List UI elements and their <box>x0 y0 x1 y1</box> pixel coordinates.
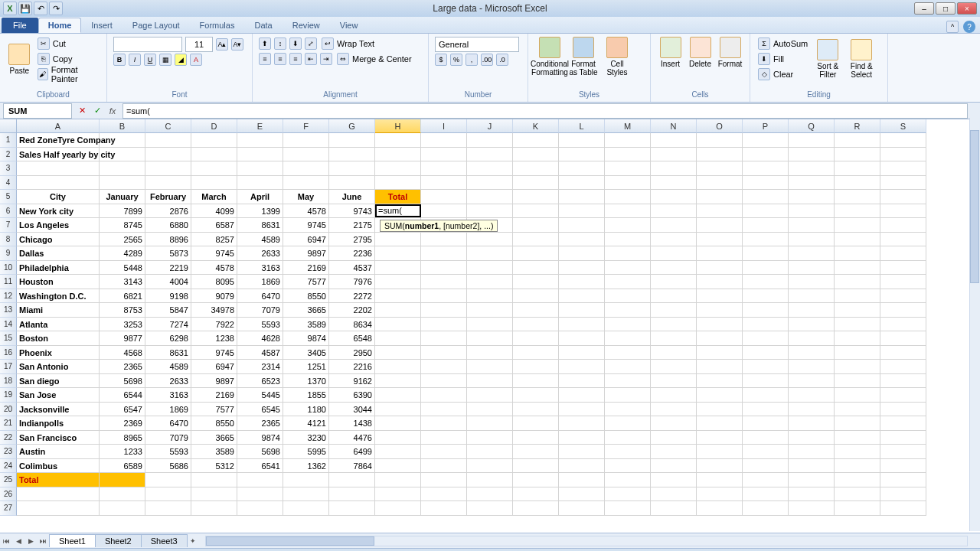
cell[interactable] <box>421 360 467 374</box>
format-painter-button[interactable]: 🖌Format Painter <box>36 67 100 81</box>
data-cell[interactable]: 6541 <box>237 459 283 474</box>
cell[interactable] <box>605 218 651 233</box>
row-header-25[interactable]: 25 <box>0 473 17 487</box>
cell[interactable] <box>191 176 237 191</box>
cell[interactable] <box>467 416 513 431</box>
cell[interactable] <box>697 473 743 487</box>
fill-button[interactable]: ⬇Fill <box>756 52 809 66</box>
cell[interactable] <box>697 275 743 289</box>
tab-review[interactable]: Review <box>283 18 330 33</box>
cell[interactable] <box>697 431 743 445</box>
cell[interactable] <box>743 431 789 445</box>
sheet-tab-2[interactable]: Sheet2 <box>95 534 142 547</box>
row-header-2[interactable]: 2 <box>0 148 17 162</box>
cell[interactable] <box>835 176 880 191</box>
data-cell[interactable]: 9745 <box>191 246 237 261</box>
cell[interactable] <box>513 374 559 389</box>
data-cell[interactable]: 1438 <box>329 416 375 431</box>
cell[interactable] <box>697 318 743 332</box>
city-18[interactable]: San diego <box>17 374 100 389</box>
cell[interactable] <box>651 190 697 204</box>
data-cell[interactable]: 1238 <box>191 331 237 346</box>
row-header-17[interactable]: 17 <box>0 360 17 374</box>
data-cell[interactable]: 7274 <box>145 318 191 332</box>
prev-sheet-button[interactable]: ◀ <box>12 535 24 547</box>
tab-view[interactable]: View <box>330 18 368 33</box>
cell[interactable] <box>697 388 743 403</box>
sheet-tab-1[interactable]: Sheet1 <box>49 534 96 547</box>
data-cell[interactable]: 9897 <box>283 246 329 261</box>
format-as-table-button[interactable]: Format as Table <box>568 37 599 77</box>
cell[interactable] <box>880 416 926 431</box>
data-cell[interactable]: 6499 <box>329 445 375 459</box>
cell[interactable] <box>651 303 697 318</box>
cell[interactable] <box>651 416 697 431</box>
cell[interactable] <box>145 501 191 516</box>
data-cell[interactable]: 2314 <box>237 360 283 374</box>
cell[interactable] <box>605 289 651 304</box>
excel-icon[interactable]: X <box>3 2 17 15</box>
cell[interactable] <box>421 233 467 247</box>
tab-file[interactable]: File <box>2 18 38 33</box>
align-middle-icon[interactable]: ↕ <box>274 37 286 50</box>
help-icon[interactable]: ? <box>963 21 975 33</box>
cell[interactable] <box>605 190 651 204</box>
cell[interactable] <box>191 161 237 176</box>
col-header-J[interactable]: J <box>467 119 513 133</box>
data-cell[interactable]: 5873 <box>145 246 191 261</box>
cell[interactable] <box>743 246 789 261</box>
cell[interactable] <box>559 416 605 431</box>
conditional-formatting-button[interactable]: Conditional Formatting <box>534 37 565 77</box>
cell[interactable] <box>467 374 513 389</box>
data-cell[interactable]: 9162 <box>329 374 375 389</box>
cell[interactable] <box>789 360 835 374</box>
data-cell[interactable]: 4578 <box>191 261 237 276</box>
col-header-L[interactable]: L <box>559 119 605 133</box>
header-june[interactable]: June <box>329 190 375 204</box>
header-february[interactable]: February <box>145 190 191 204</box>
cell[interactable] <box>743 261 789 276</box>
row-header-14[interactable]: 14 <box>0 318 17 332</box>
cell[interactable] <box>559 445 605 459</box>
col-header-G[interactable]: G <box>329 119 375 133</box>
row-header-24[interactable]: 24 <box>0 459 17 474</box>
cell[interactable] <box>651 388 697 403</box>
cell[interactable] <box>789 374 835 389</box>
cell[interactable] <box>743 318 789 332</box>
row-header-3[interactable]: 3 <box>0 161 17 176</box>
cell[interactable] <box>743 133 789 148</box>
cell[interactable] <box>835 261 880 276</box>
cell[interactable] <box>100 161 145 176</box>
cell[interactable] <box>789 403 835 417</box>
cell[interactable] <box>559 331 605 346</box>
data-cell[interactable]: 9198 <box>145 289 191 304</box>
cell[interactable] <box>559 501 605 516</box>
delete-cells-button[interactable]: Delete <box>687 37 714 68</box>
cell[interactable] <box>467 275 513 289</box>
cell[interactable] <box>513 190 559 204</box>
cell[interactable] <box>467 233 513 247</box>
col-header-Q[interactable]: Q <box>789 119 835 133</box>
copy-button[interactable]: ⎘Copy <box>36 52 100 66</box>
cell[interactable] <box>421 403 467 417</box>
cell[interactable] <box>375 148 421 162</box>
cell[interactable] <box>421 416 467 431</box>
enter-formula-button[interactable]: ✓ <box>90 104 104 118</box>
cell[interactable] <box>835 331 880 346</box>
city-19[interactable]: San Jose <box>17 388 100 403</box>
cell[interactable] <box>467 487 513 502</box>
data-cell[interactable]: 34978 <box>191 303 237 318</box>
cell[interactable] <box>559 275 605 289</box>
cell[interactable] <box>651 473 697 487</box>
city-16[interactable]: Phoenix <box>17 346 100 360</box>
data-cell[interactable]: 3143 <box>100 275 145 289</box>
cell[interactable] <box>789 218 835 233</box>
cell[interactable] <box>605 416 651 431</box>
cell[interactable] <box>789 148 835 162</box>
cell[interactable] <box>605 318 651 332</box>
cell[interactable] <box>651 275 697 289</box>
cell[interactable] <box>421 346 467 360</box>
row-header-4[interactable]: 4 <box>0 176 17 191</box>
row-header-19[interactable]: 19 <box>0 388 17 403</box>
data-cell[interactable]: 5847 <box>145 303 191 318</box>
